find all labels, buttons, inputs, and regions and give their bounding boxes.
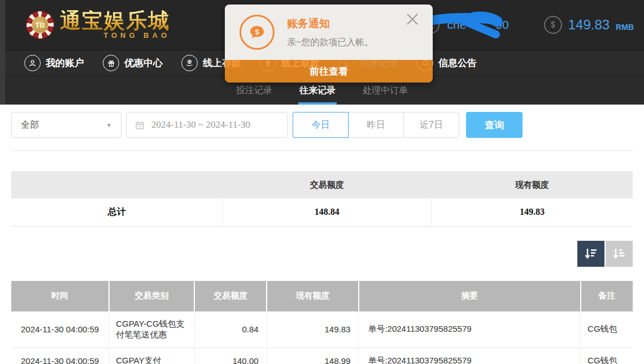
today-button[interactable]: 今日 bbox=[293, 112, 349, 138]
summary-current-amount: 149.83 bbox=[432, 198, 633, 226]
cell-amount: 140.00 bbox=[194, 348, 267, 364]
cell-amount: 0.84 bbox=[194, 311, 267, 348]
col-header-time: 时间 bbox=[11, 281, 109, 311]
notification-body: $ 账务通知 亲~您的款项已入帐。 bbox=[225, 5, 433, 60]
date-range-value: 2024-11-30 ~ 2024-11-30 bbox=[151, 119, 250, 131]
table-row: 2024-11-30 04:00:59 CGPAY-CG钱包支付笔笔送优惠 0.… bbox=[11, 311, 633, 348]
svg-text:$: $ bbox=[255, 28, 259, 36]
summary-header-current: 现有额度 bbox=[432, 171, 633, 198]
deposit-icon bbox=[181, 55, 198, 71]
cell-time: 2024-11-30 04:00:59 bbox=[11, 311, 109, 348]
left-edge-strip bbox=[0, 0, 5, 105]
dollar-coin-icon bbox=[544, 16, 562, 34]
balance-amount: 149.83 bbox=[568, 17, 610, 33]
col-header-summary: 摘要 bbox=[359, 281, 581, 311]
col-header-balance: 现有额度 bbox=[267, 281, 359, 311]
user-account[interactable]: che90 bbox=[421, 16, 508, 34]
summary-table: 交易额度 现有额度 总计 148.84 149.83 bbox=[11, 171, 633, 227]
cell-type: CGPAY支付 bbox=[109, 348, 195, 364]
balance-currency: RMB bbox=[616, 23, 634, 32]
sort-descending-icon bbox=[584, 246, 598, 261]
cell-balance: 148.99 bbox=[267, 348, 359, 364]
nav-item-my-account[interactable]: 我的账户 bbox=[24, 55, 84, 71]
sort-controls bbox=[11, 241, 633, 267]
chevron-down-icon: ▼ bbox=[106, 122, 112, 128]
money-message-icon: $ bbox=[240, 15, 275, 50]
yesterday-button[interactable]: 昨日 bbox=[348, 112, 404, 138]
balance[interactable]: 149.83 RMB bbox=[544, 16, 634, 34]
type-select[interactable]: 全部 ▼ bbox=[11, 112, 121, 138]
user-icon bbox=[24, 55, 41, 71]
summary-transaction-amount: 148.84 bbox=[223, 198, 432, 226]
quick-date-buttons: 今日 昨日 近7日 bbox=[293, 112, 459, 138]
table-row: 2024-11-30 04:00:59 CGPAY支付 140.00 148.9… bbox=[11, 348, 633, 364]
cell-balance: 149.83 bbox=[267, 311, 359, 348]
summary-row: 总计 148.84 149.83 bbox=[11, 198, 633, 226]
notification-message: 亲~您的款项已入帐。 bbox=[287, 37, 373, 49]
notification-popup: $ 账务通知 亲~您的款项已入帐。 前往查看 bbox=[225, 5, 433, 83]
go-view-button[interactable]: 前往查看 bbox=[225, 60, 433, 83]
date-range-input[interactable]: 2024-11-30 ~ 2024-11-30 bbox=[126, 112, 288, 138]
notification-texts: 账务通知 亲~您的款项已入帐。 bbox=[287, 16, 373, 49]
records-table: 时间 交易类别 交易额度 现有额度 摘要 备注 2024-11-30 04:00… bbox=[11, 281, 633, 364]
cell-summary: 单号:202411303795825579 bbox=[359, 311, 581, 348]
brand-text: 通宝娱乐城 TONG BAO bbox=[60, 10, 170, 40]
header-right: che90 149.83 RMB bbox=[421, 16, 634, 34]
notification-title: 账务通知 bbox=[287, 16, 373, 31]
summary-header-transaction: 交易额度 bbox=[223, 171, 432, 198]
sort-ascending-icon bbox=[612, 246, 626, 261]
nav-item-promotions[interactable]: 优惠中心 bbox=[103, 55, 163, 71]
cell-time: 2024-11-30 04:00:59 bbox=[11, 348, 109, 364]
divider bbox=[11, 150, 633, 151]
col-header-note: 备注 bbox=[581, 281, 633, 311]
gift-icon bbox=[103, 55, 119, 71]
close-icon[interactable] bbox=[404, 11, 420, 27]
col-header-type: 交易类别 bbox=[109, 281, 195, 311]
summary-total-label: 总计 bbox=[11, 198, 223, 226]
username: che90 bbox=[447, 18, 508, 32]
col-header-amount: 交易额度 bbox=[194, 281, 267, 311]
search-button[interactable]: 查询 bbox=[466, 112, 523, 138]
poker-chip-icon: TB bbox=[26, 11, 54, 39]
summary-header-empty bbox=[11, 171, 223, 198]
records-header-row: 时间 交易类别 交易额度 现有额度 摘要 备注 bbox=[11, 281, 633, 311]
last7days-button[interactable]: 近7日 bbox=[403, 112, 459, 138]
cell-type: CGPAY-CG钱包支付笔笔送优惠 bbox=[109, 311, 195, 348]
sort-ascending-button[interactable] bbox=[606, 241, 633, 267]
calendar-icon bbox=[134, 120, 145, 131]
main-content: 全部 ▼ 2024-11-30 ~ 2024-11-30 今日 昨日 近7日 查… bbox=[0, 112, 644, 364]
chip-monogram: TB bbox=[32, 16, 49, 33]
cell-note: CG钱包 bbox=[581, 311, 633, 348]
type-select-value: 全部 bbox=[21, 119, 39, 131]
sort-descending-button[interactable] bbox=[577, 241, 604, 267]
brand-name-cn: 通宝娱乐城 bbox=[60, 10, 170, 32]
brand-name-en: TONG BAO bbox=[60, 31, 170, 40]
filter-row: 全部 ▼ 2024-11-30 ~ 2024-11-30 今日 昨日 近7日 查… bbox=[11, 112, 633, 138]
brand-logo[interactable]: TB 通宝娱乐城 TONG BAO bbox=[26, 10, 170, 40]
cell-summary: 单号:202411303795825579 bbox=[359, 348, 581, 364]
cell-note: CG钱包 bbox=[581, 348, 633, 364]
page: TB 通宝娱乐城 TONG BAO che90 bbox=[0, 0, 644, 364]
